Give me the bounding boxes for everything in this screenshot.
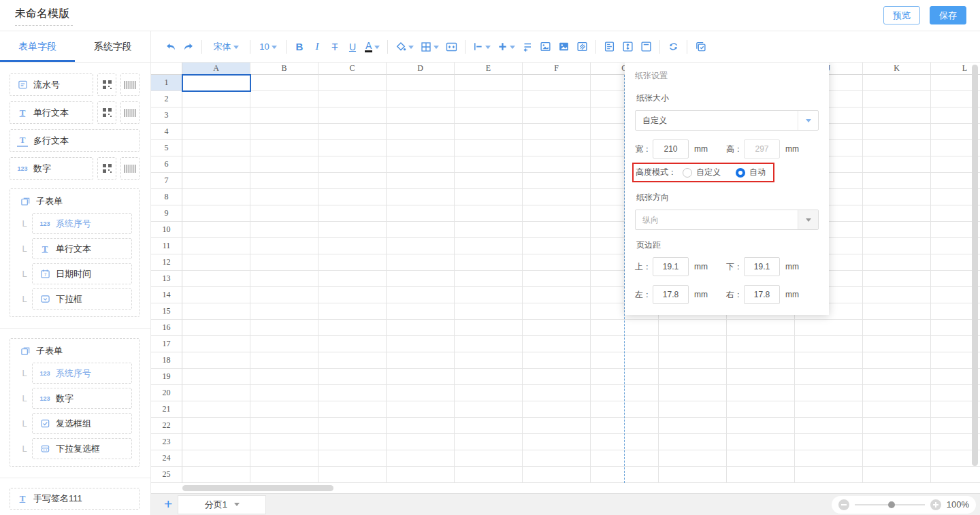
grid-cell-D7[interactable] [387, 173, 455, 189]
grid-cell-C11[interactable] [318, 238, 387, 254]
subform-field-datetime[interactable]: 7 日期时间 [32, 263, 132, 284]
grid-cell-F19[interactable] [523, 369, 591, 385]
grid-cell-A14[interactable] [182, 287, 250, 303]
image-filled-button[interactable] [555, 37, 573, 57]
grid-cell-F7[interactable] [523, 173, 591, 189]
grid-cell-H21[interactable] [659, 401, 727, 418]
grid-cell-D18[interactable] [387, 352, 455, 369]
font-family-select[interactable]: 宋体 [206, 37, 246, 57]
height-mode-auto-radio[interactable]: 自动 [736, 167, 766, 178]
grid-cell-C9[interactable] [318, 205, 387, 222]
grid-cell-K9[interactable] [863, 205, 931, 222]
grid-cell-C8[interactable] [318, 189, 387, 205]
underline-button[interactable]: U [344, 37, 361, 57]
row-header-23[interactable]: 23 [151, 434, 182, 450]
margin-top-input[interactable] [653, 257, 689, 276]
grid-cell-K14[interactable] [863, 287, 931, 303]
grid-cell-C15[interactable] [318, 303, 387, 320]
grid-cell-B23[interactable] [250, 434, 318, 450]
zoom-slider[interactable] [855, 504, 925, 505]
grid-cell-F2[interactable] [523, 91, 591, 107]
grid-cell-D20[interactable] [387, 385, 455, 401]
row-header-5[interactable]: 5 [151, 140, 182, 156]
row-header-20[interactable]: 20 [151, 385, 182, 401]
grid-cell-H18[interactable] [659, 352, 727, 369]
margin-left-input[interactable] [653, 285, 689, 304]
grid-cell-C13[interactable] [318, 271, 387, 287]
grid-cell-E13[interactable] [455, 271, 523, 287]
grid-cell-A16[interactable] [182, 320, 250, 336]
grid-cell-B15[interactable] [250, 303, 318, 320]
grid-cell-E19[interactable] [455, 369, 523, 385]
grid-cell-E17[interactable] [455, 336, 523, 352]
merge-cells-button[interactable] [442, 37, 461, 57]
grid-cell-A13[interactable] [182, 271, 250, 287]
grid-cell-K10[interactable] [863, 222, 931, 238]
border-button[interactable] [417, 37, 442, 57]
grid-cell-F1[interactable] [523, 75, 591, 91]
grid-cell-E5[interactable] [455, 140, 523, 156]
grid-cell-A11[interactable] [182, 238, 250, 254]
grid-cell-K5[interactable] [863, 140, 931, 156]
paper-settings-button[interactable] [600, 37, 619, 57]
subform-field-single-line-text[interactable]: T 单行文本 [32, 238, 132, 259]
grid-cell-B5[interactable] [250, 140, 318, 156]
grid-cell-C18[interactable] [318, 352, 387, 369]
column-header-C[interactable]: C [318, 63, 387, 75]
template-title[interactable]: 未命名模版 [15, 5, 73, 26]
margin-right-input[interactable] [744, 285, 780, 304]
grid-cell-B21[interactable] [250, 401, 318, 418]
grid-cell-E2[interactable] [455, 91, 523, 107]
grid-cell-L25[interactable] [931, 467, 980, 483]
qr-code-button[interactable] [97, 101, 116, 124]
grid-cell-H24[interactable] [659, 450, 727, 467]
grid-cell-B4[interactable] [250, 124, 318, 140]
grid-cell-E4[interactable] [455, 124, 523, 140]
grid-cell-I24[interactable] [727, 450, 795, 467]
row-header-10[interactable]: 10 [151, 222, 182, 238]
height-mode-custom-radio[interactable]: 自定义 [683, 167, 721, 178]
grid-cell-A24[interactable] [182, 450, 250, 467]
grid-cell-F14[interactable] [523, 287, 591, 303]
subform-group-2[interactable]: 子表单 L 123 系统序号 L 123 数字 [10, 338, 140, 467]
grid-cell-C16[interactable] [318, 320, 387, 336]
grid-cell-K7[interactable] [863, 173, 931, 189]
grid-cell-I20[interactable] [727, 385, 795, 401]
grid-cell-G17[interactable] [591, 336, 659, 352]
grid-cell-E12[interactable] [455, 254, 523, 271]
grid-cell-F3[interactable] [523, 107, 591, 124]
grid-cell-A22[interactable] [182, 418, 250, 434]
grid-cell-G20[interactable] [591, 385, 659, 401]
field-multi-line-text[interactable]: T 多行文本 [10, 129, 140, 152]
row-header-24[interactable]: 24 [151, 450, 182, 467]
grid-cell-H22[interactable] [659, 418, 727, 434]
grid-cell-F8[interactable] [523, 189, 591, 205]
grid-cell-E11[interactable] [455, 238, 523, 254]
grid-cell-D23[interactable] [387, 434, 455, 450]
grid-cell-E18[interactable] [455, 352, 523, 369]
preview-button[interactable]: 预览 [883, 6, 920, 24]
grid-cell-F15[interactable] [523, 303, 591, 320]
grid-cell-C7[interactable] [318, 173, 387, 189]
grid-cell-B1[interactable] [250, 75, 318, 91]
grid-cell-B18[interactable] [250, 352, 318, 369]
grid-cell-F13[interactable] [523, 271, 591, 287]
grid-cell-F17[interactable] [523, 336, 591, 352]
grid-cell-G18[interactable] [591, 352, 659, 369]
column-header-F[interactable]: F [523, 63, 591, 75]
grid-cell-G19[interactable] [591, 369, 659, 385]
grid-cell-D8[interactable] [387, 189, 455, 205]
grid-cell-B19[interactable] [250, 369, 318, 385]
grid-cell-A9[interactable] [182, 205, 250, 222]
grid-cell-K1[interactable] [863, 75, 931, 91]
grid-cell-G22[interactable] [591, 418, 659, 434]
grid-cell-G23[interactable] [591, 434, 659, 450]
grid-cell-F9[interactable] [523, 205, 591, 222]
grid-cell-E20[interactable] [455, 385, 523, 401]
wrap-text-button[interactable] [519, 37, 536, 57]
grid-cell-A12[interactable] [182, 254, 250, 271]
grid-cell-C6[interactable] [318, 156, 387, 173]
grid-cell-K21[interactable] [863, 401, 931, 418]
zoom-slider-handle[interactable] [888, 501, 895, 508]
grid-cell-D5[interactable] [387, 140, 455, 156]
